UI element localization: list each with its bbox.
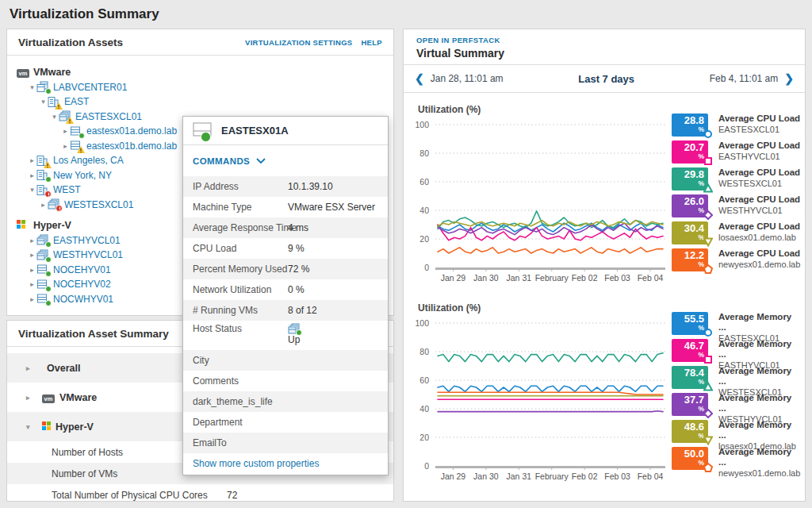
tree-item-label[interactable]: Hyper-V — [33, 220, 71, 231]
summary-row-value: 72 — [227, 490, 237, 501]
svg-text:100: 100 — [415, 120, 429, 129]
virtualization-settings-link[interactable]: VIRTUALIZATION SETTINGS — [245, 38, 353, 47]
tree-item-label[interactable]: WESTESXCL01 — [64, 199, 133, 210]
legend-series-name: Average CPU Load — [718, 248, 800, 259]
legend-marker-icon — [703, 237, 713, 247]
range-preset-label[interactable]: Last 7 days — [578, 73, 634, 85]
tree-item-label[interactable]: NOCEHYV02 — [53, 279, 111, 290]
tree-item-label[interactable]: EASTESXCL01 — [75, 111, 142, 122]
svg-text:Feb 02: Feb 02 — [572, 471, 598, 481]
svg-text:0: 0 — [424, 263, 429, 272]
tree-item-vmware[interactable]: vmVMware — [7, 65, 393, 80]
time-range-bar: ❮ Jan 28, 11:01 am Last 7 days Feb 4, 11… — [404, 65, 805, 93]
vmware-logo-icon: vm — [42, 394, 55, 403]
cpu-utilization-chart-section: Utilization (%) 020406080100Jan 29Jan 30… — [404, 93, 805, 291]
tree-item-labvcenter01[interactable]: ▾LABVCENTER01 — [7, 80, 393, 95]
chevron-left-icon[interactable]: ❮ — [415, 72, 424, 85]
legend-series-name: Average CPU Load — [718, 194, 800, 205]
popup-host-name: EASTESX01A — [221, 125, 289, 137]
tree-item-label[interactable]: LABVCENTER01 — [53, 82, 127, 93]
caret-right-icon[interactable]: ▸ — [28, 251, 36, 259]
caret-down-icon[interactable]: ▾ — [50, 113, 59, 121]
property-row-percent-memory-used: Percent Memory Used72 % — [183, 259, 388, 279]
tree-item-label[interactable]: eastesx01b.demo.lab — [86, 140, 177, 152]
property-label: Machine Type — [193, 202, 252, 213]
svg-text:80: 80 — [419, 347, 429, 356]
tree-item-label[interactable]: Los Angeles, CA — [53, 155, 124, 166]
help-link[interactable]: HELP — [361, 38, 382, 47]
property-value: 72 % — [288, 264, 309, 275]
property-row-network-utilization: Network Utilization0 % — [183, 279, 388, 300]
property-label: City — [193, 355, 209, 366]
caret-right-icon[interactable]: ▸ — [26, 364, 36, 372]
legend-marker-icon — [703, 210, 713, 220]
caret-right-icon[interactable]: ▸ — [61, 142, 70, 150]
legend-item-newyesx01-demo-lab: 12.2%Average CPU Loadnewyesx01.demo.lab — [672, 248, 802, 272]
svg-text:Jan 31: Jan 31 — [507, 273, 532, 283]
caret-right-icon[interactable]: ▸ — [39, 201, 48, 209]
property-row-comments: Comments — [183, 371, 388, 391]
property-label: EmailTo — [193, 437, 227, 448]
tree-item-label[interactable]: WESTHYVCL01 — [53, 249, 123, 260]
property-row-cpu-load: CPU Load9 % — [183, 238, 388, 259]
property-value: 8 of 12 — [288, 305, 317, 316]
caret-right-icon[interactable]: ▸ — [28, 237, 36, 244]
tree-item-label[interactable]: NOCEHYV01 — [53, 264, 111, 275]
legend-value-badge: 12.2% — [672, 248, 708, 271]
tree-item-east[interactable]: ▾EAST — [7, 94, 393, 110]
caret-down-icon[interactable]: ▾ — [26, 423, 36, 431]
tree-item-label[interactable]: WEST — [53, 184, 81, 195]
tree-item-label[interactable]: NOCWHYV01 — [53, 294, 113, 305]
caret-right-icon[interactable]: ▸ — [28, 156, 36, 164]
chevron-right-icon[interactable]: ❯ — [784, 72, 794, 85]
caret-right-icon[interactable]: ▸ — [26, 394, 36, 402]
caret-down-icon[interactable]: ▾ — [28, 83, 36, 91]
tree-item-label[interactable]: EASTHYVCL01 — [53, 235, 121, 246]
svg-text:Jan 29: Jan 29 — [441, 471, 466, 481]
open-in-perfstack-link[interactable]: OPEN IN PERFSTACK — [416, 36, 792, 44]
legend-series-host: newyesx01.demo.lab — [718, 468, 802, 479]
summary-row-label: Number of Hosts — [52, 447, 123, 458]
svg-text:Feb 04: Feb 04 — [638, 471, 664, 481]
status-critical-icon — [56, 205, 63, 212]
property-label: Host Status — [193, 323, 242, 334]
caret-down-icon[interactable]: ▾ — [39, 98, 48, 106]
svg-text:60: 60 — [419, 177, 429, 187]
property-value: 4 ms — [288, 222, 308, 233]
show-more-custom-properties-link[interactable]: Show more custom properties — [183, 453, 388, 475]
legend-marker-icon — [703, 409, 713, 418]
svg-text:Feb 03: Feb 03 — [604, 471, 630, 481]
legend-value-badge: 30.4% — [672, 221, 708, 244]
property-label: # Running VMs — [193, 305, 258, 316]
commands-button[interactable]: COMMANDS — [183, 145, 388, 176]
caret-right-icon[interactable]: ▸ — [28, 295, 36, 303]
tree-item-label[interactable]: EAST — [64, 96, 89, 107]
property-label: Comments — [193, 375, 239, 387]
svg-text:Feb 04: Feb 04 — [638, 273, 664, 283]
tree-item-label[interactable]: VMware — [33, 67, 71, 78]
svg-text:60: 60 — [419, 375, 429, 385]
caret-right-icon[interactable]: ▸ — [28, 171, 36, 179]
caret-right-icon[interactable]: ▸ — [28, 266, 36, 274]
property-row-machine-type: Machine TypeVMware ESX Server — [183, 197, 388, 217]
svg-text:Feb 02: Feb 02 — [572, 273, 598, 283]
legend-series-name: Average Memory ... — [718, 393, 802, 414]
svg-text:Jan 29: Jan 29 — [441, 273, 466, 283]
legend-series-name: Average Memory ... — [718, 447, 802, 468]
property-value: 9 % — [288, 243, 304, 254]
property-value: Up — [288, 323, 301, 344]
svg-text:Jan 31: Jan 31 — [507, 471, 532, 481]
tree-item-label[interactable]: eastesx01a.demo.lab — [86, 125, 177, 137]
property-value: 0 % — [288, 284, 304, 295]
svg-text:Jan 30: Jan 30 — [473, 273, 499, 283]
caret-right-icon[interactable]: ▸ — [61, 127, 70, 135]
caret-right-icon[interactable]: ▸ — [28, 280, 36, 288]
chevron-down-icon — [255, 157, 266, 164]
legend-value-badge: 26.0% — [672, 194, 708, 217]
legend-series-host: EASTHYVCL01 — [718, 152, 800, 162]
tree-item-label[interactable]: New York, NY — [53, 170, 112, 181]
status-up-icon — [296, 329, 302, 336]
property-row-ip-address: IP Address10.1.39.10 — [183, 176, 388, 197]
legend-item-easthyvcl01: 20.7%Average CPU LoadEASTHYVCL01 — [672, 140, 802, 164]
caret-down-icon[interactable]: ▾ — [28, 186, 36, 194]
